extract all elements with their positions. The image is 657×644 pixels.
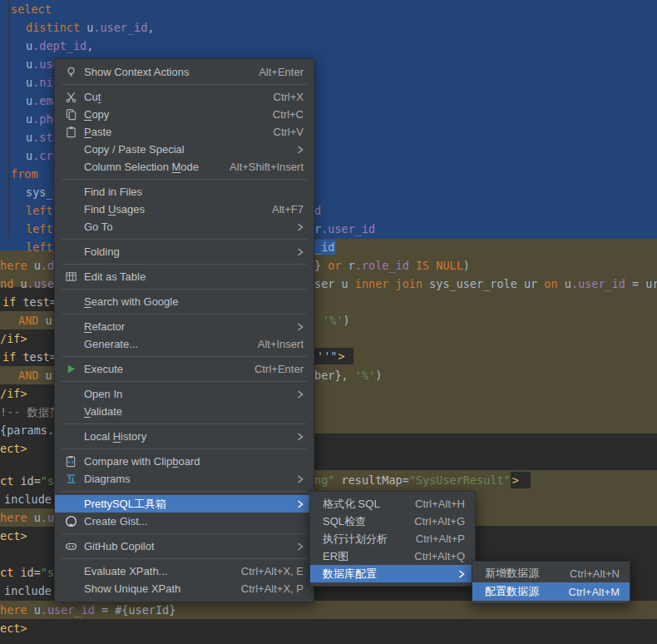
menu-item-find-in-files[interactable]: Find in Files xyxy=(55,183,314,201)
code-line: ect> xyxy=(0,527,27,545)
code-line: distinct u.user_id, xyxy=(26,18,154,37)
menu-item-label: Evaluate XPath... xyxy=(84,565,167,577)
menu-separator xyxy=(62,533,307,534)
menu-item-show-unique-xpath[interactable]: Show Unique XPathCtrl+Alt+X, P xyxy=(55,580,314,597)
menu-item-show-context-actions[interactable]: Show Context ActionsAlt+Enter xyxy=(55,63,314,81)
diagrams-icon xyxy=(63,473,78,486)
icon-slot xyxy=(63,161,78,174)
menu-item-label: Column Selection Mode xyxy=(84,161,199,173)
code-line: ect> xyxy=(0,439,27,458)
submenu-arrow-icon xyxy=(297,474,304,484)
copilot-icon xyxy=(63,540,78,553)
menu-item-execute[interactable]: ExecuteCtrl+Enter xyxy=(55,360,314,378)
menu-item-paste[interactable]: PasteCtrl+V xyxy=(55,123,314,141)
menu-item-explain-plan[interactable]: 执行计划分析Ctrl+Alt+P xyxy=(310,530,475,547)
menu-separator xyxy=(62,264,307,265)
menu-item-open-in[interactable]: Open In xyxy=(55,385,314,403)
menu-item-label: Edit as Table xyxy=(84,270,146,283)
icon-slot xyxy=(63,338,78,351)
menu-item-label: Generate... xyxy=(84,338,138,350)
menu-item-label: 配置数据源 xyxy=(485,584,539,599)
menu-item-configure-datasource[interactable]: 配置数据源Ctrl+Alt+M xyxy=(472,582,630,601)
menu-item-shortcut: Alt+Insert xyxy=(238,338,304,350)
code-line: include xyxy=(4,490,58,508)
menu-item-prettysql-toolbox[interactable]: PrettySQL工具箱 xyxy=(55,495,314,513)
menu-item-search-with-google[interactable]: Search with Google xyxy=(55,293,314,310)
icon-slot xyxy=(63,582,78,596)
code-line: here u.us xyxy=(0,508,61,527)
menu-item-label: 执行计划分析 xyxy=(323,532,388,547)
menu-item-generate[interactable]: Generate...Alt+Insert xyxy=(55,335,314,353)
menu-item-shortcut: Ctrl+Alt+Q xyxy=(394,550,465,562)
icon-slot xyxy=(63,203,78,216)
code-line: '%') xyxy=(323,311,350,329)
submenu-arrow-icon xyxy=(297,222,304,232)
menu-item-label: Show Unique XPath xyxy=(84,582,180,595)
menu-item-evaluate-xpath[interactable]: Evaluate XPath...Ctrl+Alt+X, E xyxy=(55,562,314,580)
icon-slot xyxy=(63,430,78,443)
code-line: _id xyxy=(313,238,336,256)
prettysql-submenu: 格式化 SQLCtrl+Alt+HSQL检查Ctrl+Alt+G执行计划分析Ct… xyxy=(309,491,476,587)
code-line: d xyxy=(314,201,321,220)
menu-item-sql-check[interactable]: SQL检查Ctrl+Alt+G xyxy=(310,513,475,530)
code-line: ser u inner join sys_user_role ur on u.u… xyxy=(314,275,657,293)
menu-item-label: PrettySQL工具箱 xyxy=(84,497,166,512)
submenu-arrow-icon xyxy=(297,322,304,332)
code-line: ct id="s xyxy=(0,563,54,582)
menu-item-column-selection-mode[interactable]: Column Selection ModeAlt+Shift+Insert xyxy=(55,158,314,176)
menu-item-shortcut: Ctrl+Alt+G xyxy=(394,515,465,528)
menu-item-label: Find in Files xyxy=(84,186,142,198)
menu-separator xyxy=(62,356,307,357)
menu-item-cut[interactable]: CutCtrl+X xyxy=(55,88,314,106)
menu-item-label: Paste xyxy=(84,126,111,138)
code-line: ct id="s xyxy=(0,472,54,490)
menu-item-validate[interactable]: Validate xyxy=(55,403,314,420)
menu-item-find-usages[interactable]: Find UsagesAlt+F7 xyxy=(55,201,314,218)
menu-item-shortcut: Ctrl+C xyxy=(253,108,304,121)
menu-item-label: Diagrams xyxy=(84,473,131,485)
menu-separator xyxy=(62,381,307,382)
menu-separator xyxy=(62,84,307,85)
menu-item-refactor[interactable]: Refactor xyxy=(55,318,314,335)
code-line: nd u.use xyxy=(0,275,54,293)
menu-item-edit-as-table[interactable]: Edit as Table xyxy=(55,268,314,285)
menu-item-database-config[interactable]: 数据库配置 xyxy=(310,565,475,582)
menu-item-shortcut: Alt+Enter xyxy=(239,66,304,78)
code-line: ng" resultMap="SysUserResult"> xyxy=(314,471,531,489)
menu-item-shortcut: Alt+Shift+Insert xyxy=(210,161,304,173)
menu-item-copy-paste-special[interactable]: Copy / Paste Special xyxy=(55,141,314,158)
github-icon xyxy=(63,515,78,528)
menu-item-copy[interactable]: CopyCtrl+C xyxy=(55,106,314,123)
code-line: if test= xyxy=(2,348,57,366)
icon-slot xyxy=(63,498,78,511)
code-line: /if> xyxy=(0,329,27,348)
code-line: AND u xyxy=(18,311,52,329)
menu-item-local-history[interactable]: Local History xyxy=(55,428,314,445)
code-line: /if> xyxy=(0,384,27,403)
code-line: include xyxy=(4,582,58,600)
menu-item-folding[interactable]: Folding xyxy=(55,243,314,260)
menu-item-add-datasource[interactable]: 新增数据源Ctrl+Alt+N xyxy=(472,564,630,582)
code-line: ber}, '%') xyxy=(314,366,382,384)
lightbulb-icon xyxy=(63,66,78,79)
code-line: !-- 数据范 xyxy=(0,403,61,421)
menu-item-label: ER图 xyxy=(323,549,348,564)
menu-item-go-to[interactable]: Go To xyxy=(55,218,314,235)
menu-separator xyxy=(62,558,307,559)
menu-item-diagrams[interactable]: Diagrams xyxy=(55,470,314,488)
menu-item-create-gist[interactable]: Create Gist... xyxy=(55,513,314,530)
menu-item-github-copilot[interactable]: GitHub Copilot xyxy=(55,537,314,555)
menu-item-label: Open In xyxy=(84,388,122,400)
icon-slot xyxy=(63,405,78,419)
menu-item-shortcut: Ctrl+Alt+N xyxy=(550,567,620,580)
menu-item-format-sql[interactable]: 格式化 SQLCtrl+Alt+H xyxy=(310,495,475,513)
code-line: left xyxy=(26,201,53,220)
menu-item-er-diagram[interactable]: ER图Ctrl+Alt+Q xyxy=(310,547,475,565)
menu-separator xyxy=(62,491,307,492)
icon-slot xyxy=(63,565,78,578)
code-line: if test= xyxy=(2,293,57,311)
code-line: AND u xyxy=(18,366,52,384)
icon-slot xyxy=(63,320,78,334)
menu-item-compare-with-clipboard[interactable]: Compare with Clipboard xyxy=(55,453,314,470)
menu-item-label: Cut xyxy=(84,91,101,103)
